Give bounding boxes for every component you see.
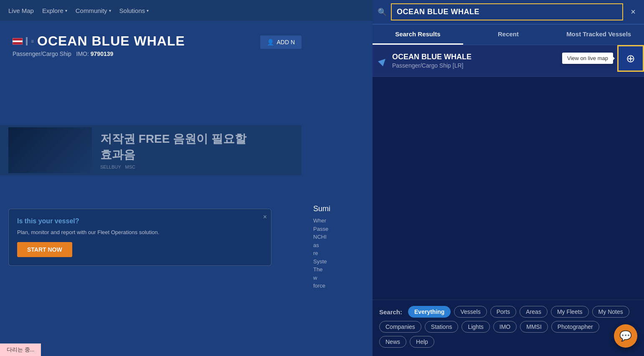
filter-chip-companies[interactable]: Companies (379, 321, 421, 333)
banner-brand2: MSC (125, 164, 135, 169)
filter-mmsi-label: MMSI (526, 323, 542, 330)
tab-search-results-label: Search Results (395, 30, 440, 38)
filter-chip-help[interactable]: Help (410, 336, 434, 348)
tab-most-tracked-label: Most Tracked Vessels (566, 30, 631, 38)
tab-search-results[interactable]: Search Results (373, 25, 463, 45)
start-now-label: START NOW (27, 246, 62, 253)
add-button-area: 👤 ADD N (260, 35, 302, 49)
add-button[interactable]: 👤 ADD N (260, 35, 302, 49)
filter-my-notes-label: My Notes (598, 308, 623, 315)
banner-thumbnail (8, 127, 92, 173)
filter-chip-mmsi[interactable]: MMSI (520, 321, 548, 333)
banner-brand1: SELLBUY (100, 164, 121, 169)
chat-icon: 💬 (619, 330, 632, 342)
nav-community-label: Community (76, 7, 107, 14)
filter-row-3: News Help (379, 336, 637, 348)
nav-live-map[interactable]: Live Map (8, 7, 34, 14)
tab-recent[interactable]: Recent (463, 25, 554, 45)
filter-photographer-label: Photographer (558, 323, 593, 330)
banner-thumb-bg (8, 127, 92, 173)
filter-everything-label: Everything (414, 308, 444, 315)
banner-area: 저작권 FREE 음원이 필요할효과음 SELLBUY MSC (0, 125, 302, 175)
tab-recent-label: Recent (498, 30, 519, 38)
vessel-type-label: Passenger/Cargo Ship (13, 50, 71, 57)
filter-row-1: Search: Everything Vessels Ports Areas M… (379, 306, 637, 318)
close-icon: × (631, 7, 636, 16)
banner-title: 저작권 FREE 음원이 필요할효과음 (100, 131, 293, 163)
tab-most-tracked[interactable]: Most Tracked Vessels (553, 25, 644, 45)
chevron-down-icon: ▾ (147, 8, 149, 13)
flag-icon (13, 38, 23, 45)
filter-areas-label: Areas (526, 308, 541, 315)
live-map-tooltip: View on live map (562, 53, 613, 64)
vessel-subtitle: Passenger/Cargo Ship IMO: 9790139 (13, 50, 185, 57)
filter-chip-imo[interactable]: IMO (493, 321, 517, 333)
filter-news-label: News (385, 338, 400, 345)
filter-lights-label: Lights (468, 323, 483, 330)
vessel-card-title: Is this your vessel? (17, 217, 263, 225)
vessel-flag-row: ≡ OCEAN BLUE WHALE (13, 33, 185, 49)
start-now-button[interactable]: START NOW (17, 242, 72, 257)
vessel-arrow-icon: ▶ (376, 54, 389, 67)
nav-explore-label: Explore (42, 7, 63, 14)
search-tabs: Search Results Recent Most Tracked Vesse… (373, 25, 644, 45)
nav-explore[interactable]: Explore ▾ (42, 7, 67, 14)
nav-community[interactable]: Community ▾ (76, 7, 111, 14)
filter-row-2: Companies Stations Lights IMO MMSI Photo… (379, 321, 637, 333)
vessel-title-area: ≡ OCEAN BLUE WHALE Passenger/Cargo Ship … (13, 33, 185, 57)
chevron-down-icon: ▾ (109, 8, 111, 13)
filter-chip-ports[interactable]: Ports (490, 306, 517, 318)
filter-chip-my-fleets[interactable]: My Fleets (551, 306, 589, 318)
banner-text-area: 저작권 FREE 음원이 필요할효과음 SELLBUY MSC (100, 131, 293, 169)
filter-chip-news[interactable]: News (379, 336, 406, 348)
search-bar: 🔍 × (373, 0, 644, 25)
filter-imo-label: IMO (499, 323, 510, 330)
filter-chip-vessels[interactable]: Vessels (454, 306, 487, 318)
flag-lines-icon: ≡ (31, 38, 34, 44)
search-input[interactable] (391, 3, 623, 20)
imo-value: 9790139 (91, 50, 114, 57)
filter-my-fleets-label: My Fleets (557, 308, 583, 315)
nav-solutions[interactable]: Solutions ▾ (119, 7, 149, 14)
chevron-down-icon: ▾ (65, 8, 67, 13)
vessel-name-heading: OCEAN BLUE WHALE (37, 33, 185, 49)
bottom-notification: 다리는 중... (0, 343, 41, 356)
bottom-notif-text: 다리는 중... (7, 346, 34, 353)
filter-chip-everything[interactable]: Everything (408, 306, 451, 318)
view-on-live-map-button[interactable]: ⊕ (617, 45, 644, 72)
chat-button[interactable]: 💬 (614, 324, 637, 348)
filter-vessels-label: Vessels (460, 308, 480, 315)
filter-ports-label: Ports (497, 308, 510, 315)
add-button-label: ADD N (276, 39, 295, 45)
filter-chip-lights[interactable]: Lights (461, 321, 489, 333)
nav-live-map-label: Live Map (8, 7, 34, 14)
search-panel: 🔍 × Search Results Recent Most Tracked V… (373, 0, 644, 356)
filter-chip-photographer[interactable]: Photographer (551, 321, 599, 333)
crosshair-icon: ⊕ (626, 52, 635, 65)
search-icon: 🔍 (378, 8, 387, 17)
filter-help-label: Help (416, 338, 428, 345)
filter-companies-label: Companies (385, 323, 415, 330)
flag-divider (26, 37, 28, 45)
filter-chip-areas[interactable]: Areas (520, 306, 548, 318)
search-result-item[interactable]: ▶ OCEAN BLUE WHALE Passenger/Cargo Ship … (373, 45, 644, 77)
vessel-card-close-button[interactable]: × (263, 213, 267, 221)
nav-solutions-label: Solutions (119, 7, 145, 14)
filter-chip-stations[interactable]: Stations (425, 321, 459, 333)
filter-chip-my-notes[interactable]: My Notes (592, 306, 629, 318)
banner-brand-row: SELLBUY MSC (100, 164, 293, 169)
vessel-card-description: Plan, monitor and report with our Fleet … (17, 228, 263, 237)
add-icon: 👤 (267, 39, 274, 45)
imo-label: IMO: (76, 50, 89, 57)
filter-stations-label: Stations (431, 323, 452, 330)
search-close-button[interactable]: × (627, 5, 639, 18)
search-filter-area: Search: Everything Vessels Ports Areas M… (373, 300, 644, 356)
filter-label: Search: (379, 308, 402, 316)
live-map-button-wrap: View on live map ⊕ (617, 45, 644, 72)
vessel-ownership-card: × Is this your vessel? Plan, monitor and… (8, 209, 271, 266)
